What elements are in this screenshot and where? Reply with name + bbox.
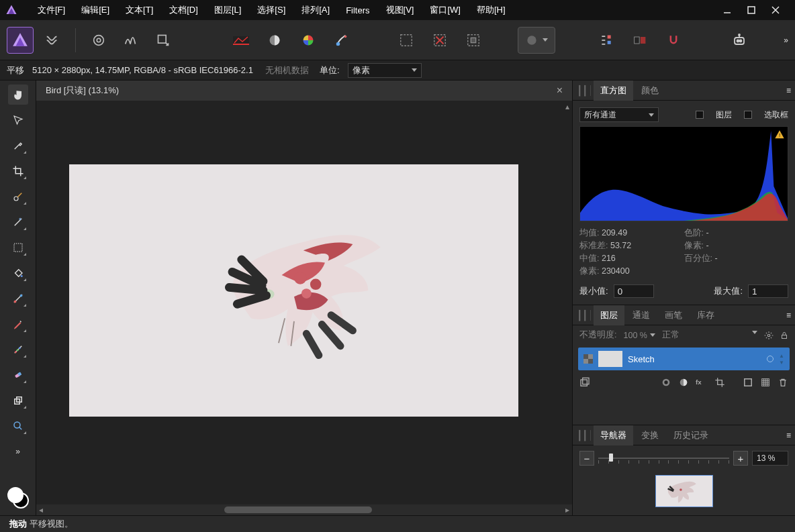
assistant-button[interactable] <box>726 27 753 54</box>
panel-drag-handle-icon[interactable]: ┃┃ <box>577 85 591 96</box>
panel-menu-icon[interactable]: ≡ <box>786 431 791 440</box>
alignment-button[interactable] <box>593 27 620 54</box>
tool-erase[interactable] <box>8 365 28 385</box>
tab-brushes[interactable]: 画笔 <box>658 305 689 325</box>
auto-levels-button[interactable] <box>85 27 112 54</box>
min-input[interactable] <box>614 284 654 298</box>
snapping-button[interactable] <box>660 27 687 54</box>
persona-photo-button[interactable] <box>7 27 34 54</box>
resize-button[interactable] <box>150 27 177 54</box>
add-layer-icon[interactable] <box>743 377 753 388</box>
delete-layer-icon[interactable] <box>778 377 788 388</box>
menu-filters[interactable]: Filters <box>338 1 377 19</box>
fx-icon[interactable]: fx <box>696 377 708 386</box>
tab-channels[interactable]: 通道 <box>626 305 657 325</box>
menu-document[interactable]: 文档[D] <box>161 0 206 20</box>
canvas[interactable] <box>69 164 518 417</box>
tool-clone[interactable] <box>8 390 28 411</box>
adjustment-icon[interactable] <box>678 377 689 388</box>
scroll-right-icon[interactable]: ▸ <box>563 505 572 515</box>
persona-liquify-button[interactable] <box>39 27 66 54</box>
tools-expand-button[interactable]: » <box>15 447 20 456</box>
tool-mixer-brush[interactable] <box>8 339 28 360</box>
navigator-thumbnail[interactable] <box>655 475 713 507</box>
tool-flood-fill[interactable] <box>8 263 28 283</box>
panel-drag-handle-icon[interactable]: ┃┃ <box>577 430 591 441</box>
selection-cancel-button[interactable] <box>426 27 453 54</box>
panel-drag-handle-icon[interactable]: ┃┃ <box>577 310 591 321</box>
selection-invert-button[interactable] <box>460 27 487 54</box>
layer-item-sketch[interactable]: Sketch ▲▼ <box>578 348 790 370</box>
menu-select[interactable]: 选择[S] <box>249 0 293 20</box>
document-close-button[interactable]: × <box>557 85 563 97</box>
zoom-in-button[interactable]: + <box>733 451 748 466</box>
tool-paint-brush[interactable] <box>8 314 28 334</box>
tool-move[interactable] <box>8 110 28 130</box>
opacity-value[interactable]: 100 % <box>623 331 655 340</box>
window-close-button[interactable] <box>771 5 780 15</box>
tab-color[interactable]: 颜色 <box>635 81 665 101</box>
toolbar-more-icon[interactable]: » <box>784 36 788 45</box>
menu-help[interactable]: 帮助[H] <box>469 0 514 20</box>
color-swatches[interactable] <box>7 487 29 509</box>
menu-view[interactable]: 视图[V] <box>378 0 422 20</box>
tool-hand[interactable] <box>8 85 28 105</box>
tool-gradient[interactable] <box>8 288 28 309</box>
blend-caret-icon[interactable] <box>752 331 757 334</box>
selection-checkbox[interactable] <box>744 111 752 119</box>
window-minimize-button[interactable] <box>722 5 732 15</box>
insert-target-button[interactable] <box>626 27 653 54</box>
horizontal-scrollbar[interactable]: ◂ ▸ <box>36 504 572 515</box>
scroll-up-icon[interactable]: ▴ <box>565 102 569 111</box>
add-pixel-layer-icon[interactable] <box>760 377 771 388</box>
blend-mode-dropdown[interactable]: 正常 <box>662 329 680 341</box>
panel-menu-icon[interactable]: ≡ <box>786 86 791 95</box>
layer-visibility-checkbox[interactable] <box>583 354 593 364</box>
tab-navigator[interactable]: 导航器 <box>594 425 633 445</box>
scroll-left-icon[interactable]: ◂ <box>36 505 46 515</box>
tab-transform[interactable]: 变换 <box>635 425 665 445</box>
zoom-out-button[interactable]: − <box>579 451 594 466</box>
tab-layers[interactable]: 图层 <box>594 305 624 325</box>
document-tab-title[interactable]: Bird [只读] (13.1%) <box>46 85 119 97</box>
auto-contrast-button[interactable] <box>118 27 144 54</box>
layer-blend-ranges-icon[interactable] <box>579 377 590 388</box>
menu-text[interactable]: 文本[T] <box>118 0 161 20</box>
crop-layer-icon[interactable] <box>714 377 725 388</box>
unit-dropdown[interactable]: 像素 <box>348 63 422 78</box>
menu-file[interactable]: 文件[F] <box>30 0 73 20</box>
selection-new-button[interactable] <box>393 27 420 54</box>
tool-magic-wand[interactable] <box>8 212 28 232</box>
tab-history[interactable]: 历史记录 <box>667 425 715 445</box>
scrollbar-thumb[interactable] <box>224 507 372 513</box>
cog-icon[interactable] <box>764 331 774 340</box>
tool-selection-brush[interactable] <box>8 187 28 207</box>
menu-arrange[interactable]: 排列[A] <box>293 0 338 20</box>
menu-edit[interactable]: 编辑[E] <box>73 0 118 20</box>
canvas-viewport[interactable]: ▴ <box>36 101 572 504</box>
channel-dropdown[interactable]: 所有通道 <box>579 107 659 122</box>
color-wheel-button[interactable] <box>295 27 322 54</box>
menu-window[interactable]: 窗口[W] <box>422 0 469 20</box>
layer-checkbox[interactable] <box>696 111 704 119</box>
lock-icon[interactable] <box>780 331 788 340</box>
zoom-value-input[interactable]: 13 % <box>752 451 788 466</box>
panel-menu-icon[interactable]: ≡ <box>786 311 791 320</box>
auto-wb-button[interactable] <box>261 27 288 54</box>
tool-crop[interactable] <box>8 161 28 181</box>
layer-reorder-icon[interactable]: ▲▼ <box>779 353 784 366</box>
tool-color-picker[interactable] <box>8 136 28 156</box>
tab-stock[interactable]: 库存 <box>690 305 721 325</box>
max-input[interactable] <box>748 284 788 298</box>
mask-icon[interactable] <box>661 377 671 388</box>
tool-dodge[interactable] <box>8 416 28 436</box>
brush-color-button[interactable] <box>328 27 355 54</box>
auto-colors-button[interactable] <box>228 27 254 54</box>
window-maximize-button[interactable] <box>747 5 756 15</box>
layer-tag-icon[interactable] <box>767 356 774 362</box>
tool-marquee[interactable] <box>8 237 28 258</box>
zoom-slider[interactable] <box>598 451 729 466</box>
tab-histogram[interactable]: 直方图 <box>594 81 633 101</box>
quick-mask-button[interactable] <box>518 27 555 54</box>
menu-layer[interactable]: 图层[L] <box>206 0 249 20</box>
